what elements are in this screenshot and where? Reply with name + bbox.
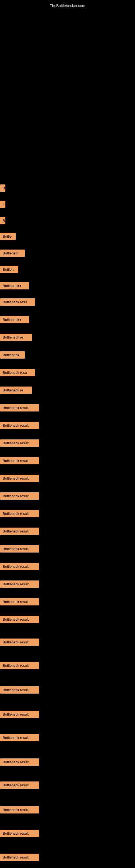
bottleneck-result-item: Bottleneck result xyxy=(0,404,39,411)
bottleneck-result-item: Bottleneck result xyxy=(0,422,39,429)
bottleneck-result-item: Bottleneck result xyxy=(0,598,39,606)
bottleneck-result-item: B xyxy=(0,184,5,192)
bottleneck-result-item: Bottleneck result xyxy=(0,734,39,741)
bottleneck-result-item: Bottleneck result xyxy=(0,781,39,789)
bottleneck-result-item: Bottlen xyxy=(0,266,18,273)
bottleneck-result-item: | xyxy=(0,201,5,208)
site-title: TheBottlenecker.com xyxy=(0,1,135,10)
bottleneck-result-item: Bottleneck resu xyxy=(0,299,35,306)
bottleneck-result-item: Bottleneck resu xyxy=(0,369,35,376)
bottleneck-result-item: Bottleneck result xyxy=(0,528,39,535)
bottleneck-result-item: Bottleneck r xyxy=(0,282,29,289)
bottleneck-result-item: Bottleneck r xyxy=(0,316,29,323)
bottleneck-result-item: Bottleneck result xyxy=(0,510,39,517)
bottleneck-result-item: Bottleneck result xyxy=(0,581,39,588)
bottleneck-result-item: Bottleneck result xyxy=(0,830,39,837)
bottleneck-result-item: Bottleneck result xyxy=(0,806,39,813)
bottleneck-result-item: Bottleneck result xyxy=(0,457,39,464)
bottleneck-result-item: Bottleneck re xyxy=(0,386,32,394)
bottleneck-result-item: Bottleneck result xyxy=(0,854,39,861)
bottleneck-result-item: Bottleneck result xyxy=(0,492,39,500)
bottleneck-result-item: Bottleneck result xyxy=(0,639,39,646)
bottleneck-result-item: Bottleneck result xyxy=(0,563,39,570)
bottleneck-result-item: Bottleneck result xyxy=(0,475,39,482)
bottleneck-result-item: Bottleneck re xyxy=(0,334,32,341)
bottleneck-result-item: Bottleneck result xyxy=(0,439,39,447)
bottleneck-result-item: Bottleneck xyxy=(0,250,25,257)
bottleneck-result-item: Bottleneck result xyxy=(0,758,39,766)
bottleneck-result-item: Bottleneck xyxy=(0,351,25,359)
bottleneck-result-item: Bottleneck result xyxy=(0,662,39,669)
bottleneck-result-item: Bottleneck result xyxy=(0,545,39,553)
bottleneck-result-item: B xyxy=(0,217,5,224)
bottleneck-result-item: Bottleneck result xyxy=(0,711,39,718)
bottleneck-result-item: Bottleneck result xyxy=(0,686,39,693)
bottleneck-result-item: Bottle xyxy=(0,233,16,240)
bottleneck-result-item: Bottleneck result xyxy=(0,616,39,623)
